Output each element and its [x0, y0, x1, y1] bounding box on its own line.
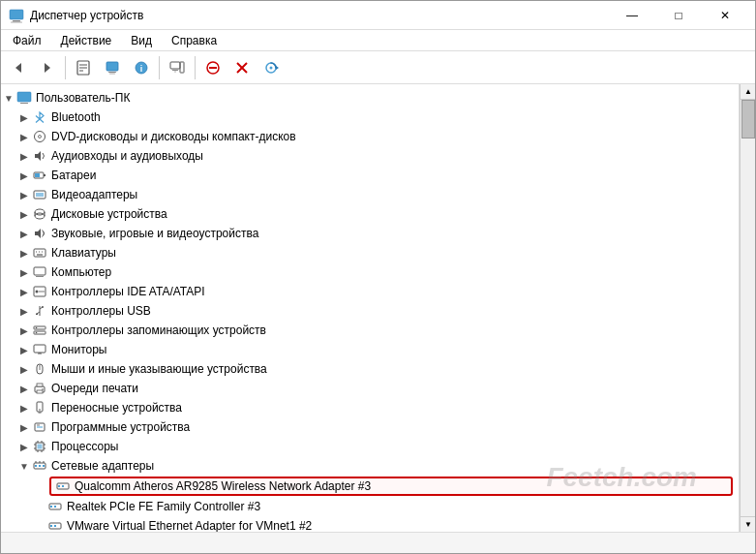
disk-icon: [32, 206, 47, 222]
expand-icon[interactable]: ▶: [16, 168, 32, 183]
scroll-thumb[interactable]: [741, 100, 755, 138]
computer-small-icon: [32, 264, 47, 280]
dvd-icon: [32, 129, 47, 144]
maximize-button[interactable]: □: [656, 1, 701, 30]
svg-text:i: i: [140, 64, 143, 74]
list-item[interactable]: VMware Virtual Ethernet Adapter for VMne…: [1, 516, 739, 532]
close-button[interactable]: ✕: [703, 1, 747, 30]
list-item[interactable]: Realtek PCIe FE Family Controller #3: [1, 497, 739, 516]
expand-icon[interactable]: ▶: [16, 264, 32, 280]
item-label: Компьютер: [51, 265, 111, 279]
expand-icon[interactable]: ▶: [16, 109, 32, 125]
svg-rect-17: [180, 62, 184, 73]
item-label: Сетевые адаптеры: [51, 459, 154, 473]
expand-icon[interactable]: ▼: [16, 458, 32, 474]
list-item[interactable]: ▶ Батареи: [1, 166, 739, 185]
list-item[interactable]: ▶ Компьютер: [1, 262, 739, 282]
svg-point-71: [39, 409, 41, 411]
svg-marker-39: [35, 229, 41, 238]
scan-icon: [263, 60, 279, 76]
root-expand-icon[interactable]: ▼: [1, 90, 16, 106]
list-item[interactable]: ▶ Видеоадаптеры: [1, 185, 739, 204]
list-item[interactable]: ▶ Программные устройства: [1, 417, 739, 437]
expand-icon[interactable]: ▶: [16, 342, 32, 357]
svg-rect-9: [106, 62, 118, 71]
expand-icon[interactable]: ▶: [16, 400, 32, 416]
item-label: Дисковые устройства: [51, 207, 167, 221]
properties-button[interactable]: [70, 54, 97, 81]
toolbar-separator-1: [65, 56, 66, 79]
qualcomm-item[interactable]: Qualcomm Atheros AR9285 Wireless Network…: [49, 477, 733, 496]
svg-rect-31: [44, 174, 45, 176]
back-button[interactable]: [5, 54, 32, 81]
forward-icon: [41, 61, 54, 75]
svg-rect-54: [36, 314, 38, 316]
title-controls: — □ ✕: [610, 1, 747, 30]
expand-icon[interactable]: ▶: [16, 419, 32, 435]
menu-view[interactable]: Вид: [123, 32, 160, 49]
list-item[interactable]: ▶ Аудиовходы и аудиовыходы: [1, 146, 739, 166]
list-item[interactable]: ▶ Контроллеры USB: [1, 301, 739, 321]
back-icon: [12, 61, 25, 75]
scroll-down-button[interactable]: ▼: [741, 516, 755, 532]
tree-panel[interactable]: ▼ Пользователь-ПК ▶: [1, 84, 740, 532]
svg-marker-4: [45, 63, 50, 73]
list-item[interactable]: ▶ Контроллеры IDE ATA/ATAPI: [1, 282, 739, 301]
bluetooth-icon: [32, 109, 47, 125]
list-item[interactable]: ▶ Дисковые устройства: [1, 204, 739, 224]
svg-rect-40: [34, 249, 45, 257]
list-item[interactable]: ▶ Звуковые, игровые и видеоустройства: [1, 224, 739, 243]
list-item[interactable]: ▶ Контроллеры запоминающих устройств: [1, 321, 739, 340]
list-item[interactable]: ▶ Мониторы: [1, 340, 739, 359]
svg-rect-91: [43, 465, 45, 467]
expand-icon[interactable]: ▶: [16, 323, 32, 338]
forward-button[interactable]: [34, 54, 61, 81]
expand-icon[interactable]: ▶: [16, 129, 32, 144]
scan-button[interactable]: [257, 54, 285, 81]
info-button[interactable]: i: [128, 54, 155, 81]
expand-icon[interactable]: ▶: [16, 381, 32, 396]
menu-file[interactable]: Файл: [5, 32, 49, 49]
svg-rect-2: [11, 21, 22, 22]
update-driver-button[interactable]: [99, 54, 126, 81]
menu-action[interactable]: Действие: [53, 32, 120, 49]
uninstall-button[interactable]: [228, 54, 256, 81]
list-item[interactable]: ▶ Очереди печати: [1, 379, 739, 398]
list-item[interactable]: ▶ Переносные устройства: [1, 398, 739, 417]
item-label: Контроллеры запоминающих устройств: [51, 323, 266, 337]
expand-icon[interactable]: ▶: [16, 206, 32, 222]
expand-icon[interactable]: ▶: [16, 439, 32, 454]
scroll-up-button[interactable]: ▲: [741, 84, 755, 100]
expand-icon[interactable]: ▶: [16, 284, 32, 299]
expand-icon[interactable]: ▶: [16, 303, 32, 319]
scrollbar[interactable]: ▲ ▼: [740, 84, 755, 532]
expand-icon[interactable]: ▶: [16, 226, 32, 241]
list-item[interactable]: ▶ DVD-дисководы и дисководы компакт-диск…: [1, 127, 739, 146]
svg-rect-89: [35, 465, 37, 467]
expand-icon[interactable]: ▶: [16, 361, 32, 377]
usb-icon: [32, 303, 47, 319]
storage-controller-icon: [32, 323, 47, 338]
expand-icon[interactable]: ▶: [16, 148, 32, 164]
list-item[interactable]: ▼ Сетевые адаптеры: [1, 456, 739, 476]
expand-icon[interactable]: ▶: [16, 245, 32, 261]
svg-rect-99: [50, 525, 52, 527]
disable-button[interactable]: [199, 54, 227, 81]
svg-rect-1: [13, 20, 20, 22]
expand-icon[interactable]: ▶: [16, 187, 32, 202]
list-item[interactable]: ▶: [1, 437, 739, 456]
svg-point-28: [39, 136, 42, 138]
svg-marker-23: [276, 66, 279, 70]
svg-rect-90: [39, 465, 41, 467]
menu-help[interactable]: Справка: [164, 32, 225, 49]
list-item[interactable]: ▶ Мыши и иные указывающие устройства: [1, 359, 739, 379]
tree-root-item[interactable]: ▼ Пользователь-ПК: [1, 88, 739, 108]
svg-marker-3: [15, 63, 21, 73]
item-label: Батареи: [51, 169, 96, 182]
show-devices-button[interactable]: [164, 54, 191, 81]
item-label: Аудиовходы и аудиовыходы: [51, 149, 203, 163]
list-item[interactable]: ▶ Клавиатуры: [1, 243, 739, 262]
minimize-button[interactable]: —: [610, 1, 654, 30]
list-item[interactable]: ▶ Bluetooth: [1, 108, 739, 127]
svg-rect-10: [108, 72, 116, 73]
